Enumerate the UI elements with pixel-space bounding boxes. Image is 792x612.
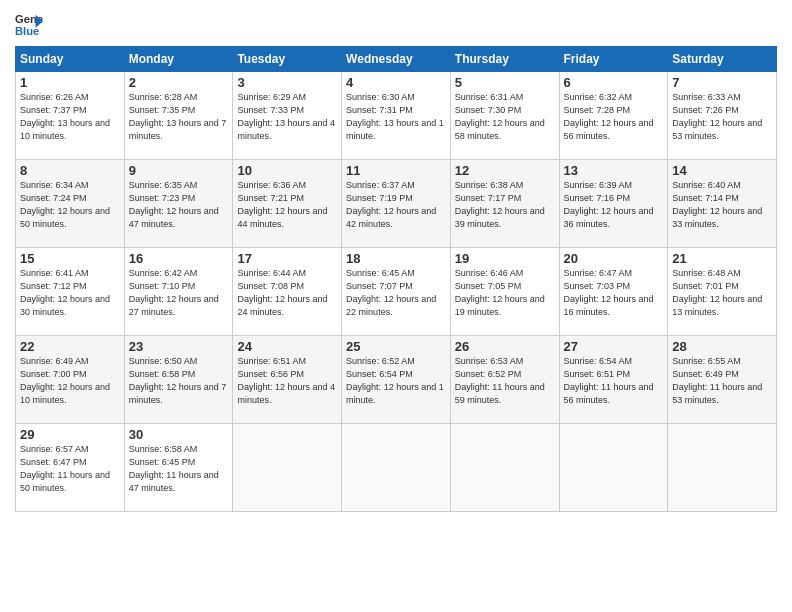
- day-cell: 13 Sunrise: 6:39 AMSunset: 7:16 PMDaylig…: [559, 160, 668, 248]
- day-number: 24: [237, 339, 337, 354]
- day-cell: 22 Sunrise: 6:49 AMSunset: 7:00 PMDaylig…: [16, 336, 125, 424]
- day-cell: 19 Sunrise: 6:46 AMSunset: 7:05 PMDaylig…: [450, 248, 559, 336]
- day-info: Sunrise: 6:32 AMSunset: 7:28 PMDaylight:…: [564, 91, 664, 143]
- day-info: Sunrise: 6:57 AMSunset: 6:47 PMDaylight:…: [20, 443, 120, 495]
- day-cell: 11 Sunrise: 6:37 AMSunset: 7:19 PMDaylig…: [342, 160, 451, 248]
- day-info: Sunrise: 6:34 AMSunset: 7:24 PMDaylight:…: [20, 179, 120, 231]
- day-cell: 15 Sunrise: 6:41 AMSunset: 7:12 PMDaylig…: [16, 248, 125, 336]
- day-info: Sunrise: 6:36 AMSunset: 7:21 PMDaylight:…: [237, 179, 337, 231]
- day-header-sunday: Sunday: [16, 47, 125, 72]
- day-info: Sunrise: 6:51 AMSunset: 6:56 PMDaylight:…: [237, 355, 337, 407]
- day-info: Sunrise: 6:28 AMSunset: 7:35 PMDaylight:…: [129, 91, 229, 143]
- day-cell: 23 Sunrise: 6:50 AMSunset: 6:58 PMDaylig…: [124, 336, 233, 424]
- day-info: Sunrise: 6:54 AMSunset: 6:51 PMDaylight:…: [564, 355, 664, 407]
- day-number: 6: [564, 75, 664, 90]
- day-info: Sunrise: 6:26 AMSunset: 7:37 PMDaylight:…: [20, 91, 120, 143]
- day-number: 4: [346, 75, 446, 90]
- day-info: Sunrise: 6:33 AMSunset: 7:26 PMDaylight:…: [672, 91, 772, 143]
- day-number: 21: [672, 251, 772, 266]
- day-info: Sunrise: 6:53 AMSunset: 6:52 PMDaylight:…: [455, 355, 555, 407]
- day-cell: [668, 424, 777, 512]
- day-info: Sunrise: 6:47 AMSunset: 7:03 PMDaylight:…: [564, 267, 664, 319]
- day-info: Sunrise: 6:58 AMSunset: 6:45 PMDaylight:…: [129, 443, 229, 495]
- day-cell: 24 Sunrise: 6:51 AMSunset: 6:56 PMDaylig…: [233, 336, 342, 424]
- day-info: Sunrise: 6:37 AMSunset: 7:19 PMDaylight:…: [346, 179, 446, 231]
- week-row-5: 29 Sunrise: 6:57 AMSunset: 6:47 PMDaylig…: [16, 424, 777, 512]
- day-cell: 12 Sunrise: 6:38 AMSunset: 7:17 PMDaylig…: [450, 160, 559, 248]
- day-info: Sunrise: 6:30 AMSunset: 7:31 PMDaylight:…: [346, 91, 446, 143]
- day-cell: 18 Sunrise: 6:45 AMSunset: 7:07 PMDaylig…: [342, 248, 451, 336]
- calendar-table: SundayMondayTuesdayWednesdayThursdayFrid…: [15, 46, 777, 512]
- day-number: 16: [129, 251, 229, 266]
- day-header-friday: Friday: [559, 47, 668, 72]
- day-header-saturday: Saturday: [668, 47, 777, 72]
- day-cell: 3 Sunrise: 6:29 AMSunset: 7:33 PMDayligh…: [233, 72, 342, 160]
- day-info: Sunrise: 6:46 AMSunset: 7:05 PMDaylight:…: [455, 267, 555, 319]
- day-cell: 16 Sunrise: 6:42 AMSunset: 7:10 PMDaylig…: [124, 248, 233, 336]
- day-cell: 5 Sunrise: 6:31 AMSunset: 7:30 PMDayligh…: [450, 72, 559, 160]
- day-cell: 20 Sunrise: 6:47 AMSunset: 7:03 PMDaylig…: [559, 248, 668, 336]
- day-number: 22: [20, 339, 120, 354]
- day-info: Sunrise: 6:55 AMSunset: 6:49 PMDaylight:…: [672, 355, 772, 407]
- day-cell: 10 Sunrise: 6:36 AMSunset: 7:21 PMDaylig…: [233, 160, 342, 248]
- day-cell: 6 Sunrise: 6:32 AMSunset: 7:28 PMDayligh…: [559, 72, 668, 160]
- day-number: 19: [455, 251, 555, 266]
- week-row-3: 15 Sunrise: 6:41 AMSunset: 7:12 PMDaylig…: [16, 248, 777, 336]
- day-cell: 14 Sunrise: 6:40 AMSunset: 7:14 PMDaylig…: [668, 160, 777, 248]
- header-row: SundayMondayTuesdayWednesdayThursdayFrid…: [16, 47, 777, 72]
- day-header-thursday: Thursday: [450, 47, 559, 72]
- day-number: 1: [20, 75, 120, 90]
- day-info: Sunrise: 6:42 AMSunset: 7:10 PMDaylight:…: [129, 267, 229, 319]
- day-number: 26: [455, 339, 555, 354]
- day-cell: 25 Sunrise: 6:52 AMSunset: 6:54 PMDaylig…: [342, 336, 451, 424]
- day-cell: [450, 424, 559, 512]
- day-info: Sunrise: 6:41 AMSunset: 7:12 PMDaylight:…: [20, 267, 120, 319]
- day-cell: 9 Sunrise: 6:35 AMSunset: 7:23 PMDayligh…: [124, 160, 233, 248]
- day-header-wednesday: Wednesday: [342, 47, 451, 72]
- day-info: Sunrise: 6:44 AMSunset: 7:08 PMDaylight:…: [237, 267, 337, 319]
- day-cell: 30 Sunrise: 6:58 AMSunset: 6:45 PMDaylig…: [124, 424, 233, 512]
- day-number: 30: [129, 427, 229, 442]
- day-cell: 27 Sunrise: 6:54 AMSunset: 6:51 PMDaylig…: [559, 336, 668, 424]
- day-info: Sunrise: 6:35 AMSunset: 7:23 PMDaylight:…: [129, 179, 229, 231]
- day-number: 20: [564, 251, 664, 266]
- day-info: Sunrise: 6:45 AMSunset: 7:07 PMDaylight:…: [346, 267, 446, 319]
- day-header-monday: Monday: [124, 47, 233, 72]
- day-info: Sunrise: 6:31 AMSunset: 7:30 PMDaylight:…: [455, 91, 555, 143]
- day-cell: [342, 424, 451, 512]
- day-cell: 26 Sunrise: 6:53 AMSunset: 6:52 PMDaylig…: [450, 336, 559, 424]
- day-info: Sunrise: 6:38 AMSunset: 7:17 PMDaylight:…: [455, 179, 555, 231]
- day-number: 25: [346, 339, 446, 354]
- day-number: 14: [672, 163, 772, 178]
- day-info: Sunrise: 6:50 AMSunset: 6:58 PMDaylight:…: [129, 355, 229, 407]
- day-cell: 21 Sunrise: 6:48 AMSunset: 7:01 PMDaylig…: [668, 248, 777, 336]
- page-container: General Blue SundayMondayTuesdayWednesda…: [0, 0, 792, 612]
- week-row-2: 8 Sunrise: 6:34 AMSunset: 7:24 PMDayligh…: [16, 160, 777, 248]
- day-number: 28: [672, 339, 772, 354]
- day-number: 27: [564, 339, 664, 354]
- day-cell: 4 Sunrise: 6:30 AMSunset: 7:31 PMDayligh…: [342, 72, 451, 160]
- day-number: 10: [237, 163, 337, 178]
- day-info: Sunrise: 6:40 AMSunset: 7:14 PMDaylight:…: [672, 179, 772, 231]
- day-cell: 28 Sunrise: 6:55 AMSunset: 6:49 PMDaylig…: [668, 336, 777, 424]
- day-number: 11: [346, 163, 446, 178]
- day-cell: 1 Sunrise: 6:26 AMSunset: 7:37 PMDayligh…: [16, 72, 125, 160]
- day-info: Sunrise: 6:29 AMSunset: 7:33 PMDaylight:…: [237, 91, 337, 143]
- logo: General Blue: [15, 10, 43, 38]
- day-info: Sunrise: 6:39 AMSunset: 7:16 PMDaylight:…: [564, 179, 664, 231]
- day-number: 3: [237, 75, 337, 90]
- day-number: 12: [455, 163, 555, 178]
- week-row-1: 1 Sunrise: 6:26 AMSunset: 7:37 PMDayligh…: [16, 72, 777, 160]
- day-info: Sunrise: 6:49 AMSunset: 7:00 PMDaylight:…: [20, 355, 120, 407]
- day-number: 2: [129, 75, 229, 90]
- logo-icon: General Blue: [15, 10, 43, 38]
- day-number: 23: [129, 339, 229, 354]
- day-number: 15: [20, 251, 120, 266]
- day-cell: 29 Sunrise: 6:57 AMSunset: 6:47 PMDaylig…: [16, 424, 125, 512]
- day-cell: 17 Sunrise: 6:44 AMSunset: 7:08 PMDaylig…: [233, 248, 342, 336]
- day-cell: [559, 424, 668, 512]
- day-cell: 2 Sunrise: 6:28 AMSunset: 7:35 PMDayligh…: [124, 72, 233, 160]
- day-cell: 7 Sunrise: 6:33 AMSunset: 7:26 PMDayligh…: [668, 72, 777, 160]
- day-number: 17: [237, 251, 337, 266]
- day-number: 8: [20, 163, 120, 178]
